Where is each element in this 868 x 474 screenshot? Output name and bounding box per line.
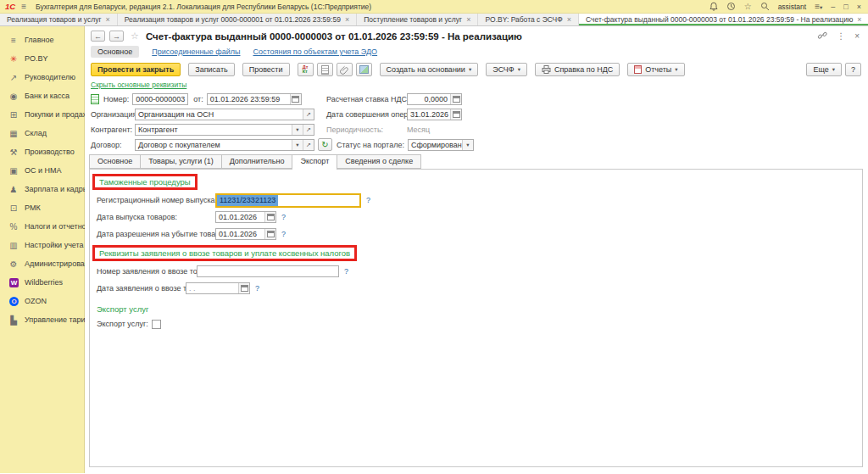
open-icon[interactable]: ↗: [303, 125, 314, 135]
close-icon[interactable]: ×: [567, 15, 571, 24]
help-link[interactable]: ?: [281, 213, 286, 221]
history-icon[interactable]: [726, 2, 736, 11]
operation-date-field[interactable]: 31.01.2026: [407, 109, 462, 120]
close-window-button[interactable]: ×: [857, 3, 861, 11]
sidebar-item-nalogi[interactable]: %Налоги и отчетность: [0, 217, 84, 236]
export-services-checkbox[interactable]: [152, 320, 161, 329]
attachments-button[interactable]: [337, 63, 353, 76]
departure-date-field[interactable]: 01.01.2026: [215, 228, 276, 240]
sidebar-item-rukovoditelyu[interactable]: ↗Руководителю: [0, 68, 84, 86]
organization-field[interactable]: Организация на ОСН ↗: [135, 109, 314, 120]
calendar-icon[interactable]: [264, 229, 275, 239]
itab-osnovnoe[interactable]: Основное: [89, 154, 141, 169]
calc-icon[interactable]: [450, 94, 461, 104]
help-link[interactable]: ?: [344, 267, 348, 276]
favorite-star-icon[interactable]: ☆: [131, 31, 139, 42]
help-button[interactable]: ?: [845, 63, 861, 76]
sidebar-item-ozon[interactable]: OOZON: [0, 292, 84, 310]
external-view-button[interactable]: [356, 63, 372, 76]
itab-svedeniya-o-sdelke[interactable]: Сведения о сделке: [337, 154, 421, 169]
help-link[interactable]: ?: [366, 196, 370, 204]
post-button[interactable]: Провести: [242, 63, 290, 76]
itab-dopolnitelno[interactable]: Дополнительно: [222, 154, 293, 169]
sidebar-item-sklad[interactable]: ▦Склад: [0, 124, 84, 142]
minimize-button[interactable]: –: [831, 3, 835, 11]
number-field[interactable]: 0000-0000003: [132, 93, 188, 105]
calendar-icon[interactable]: [290, 94, 301, 104]
close-icon[interactable]: ×: [857, 15, 861, 24]
chevron-down-icon[interactable]: ▾: [462, 140, 473, 150]
open-icon[interactable]: ↗: [303, 140, 314, 150]
favorites-icon[interactable]: ☆: [744, 2, 752, 11]
sidebar-item-pokupki-prodazhi[interactable]: ⊞Покупки и продажи: [0, 105, 84, 124]
tab-roby-eschf[interactable]: PO.BY: Работа с ЭСЧФ ×: [478, 14, 579, 25]
back-button[interactable]: ←: [91, 31, 105, 42]
write-button[interactable]: Записать: [188, 63, 234, 76]
hide-requisites-link[interactable]: Скрыть основные реквизиты: [91, 81, 186, 89]
chevron-down-icon[interactable]: ▾: [292, 125, 303, 135]
help-link[interactable]: ?: [255, 284, 259, 293]
sidebar-item-nastroyki-ucheta[interactable]: ▥Настройки учета: [0, 236, 84, 254]
periodicity-value: Месяц: [407, 125, 430, 134]
statement-number-field[interactable]: [197, 265, 339, 277]
contract-field[interactable]: Договор с покупателем ▾ ↗: [135, 139, 314, 151]
more-button[interactable]: Еще ▾: [806, 63, 842, 76]
calendar-icon[interactable]: [238, 283, 249, 293]
sidebar-item-os-nma[interactable]: ▣ОС и НМА: [0, 161, 84, 180]
calendar-icon[interactable]: [264, 212, 275, 222]
document-structure-button[interactable]: [317, 63, 333, 76]
contragent-field[interactable]: Контрагент ▾ ↗: [135, 124, 314, 136]
reg-number-label: Регистрационный номер выпуска товаров:: [97, 196, 215, 204]
sidebar-item-administrirovanie[interactable]: ⚙Администрирование: [0, 254, 84, 273]
create-based-on-button[interactable]: Создать на основании ▾: [380, 63, 479, 76]
calendar-icon[interactable]: [450, 109, 461, 120]
close-icon[interactable]: ×: [345, 15, 349, 24]
vat-reference-button[interactable]: Справка по НДС: [535, 63, 620, 76]
close-icon[interactable]: ×: [466, 15, 470, 24]
help-link[interactable]: ?: [281, 230, 286, 238]
search-icon[interactable]: [760, 2, 770, 11]
more-menu-icon[interactable]: ⋮: [837, 31, 845, 41]
close-form-icon[interactable]: ×: [854, 31, 860, 41]
sidebar-item-upravlenie-tarifom[interactable]: ▙Управление тарифом: [0, 310, 84, 329]
tab-schet-faktura-active[interactable]: Счет-фактура выданный 0000-0000003 от 01…: [579, 14, 868, 25]
tab-realizaciya-list[interactable]: Реализация товаров и услуг ×: [0, 14, 118, 25]
reg-number-field[interactable]: 11231/23321123: [215, 193, 361, 208]
post-and-close-button[interactable]: Провести и закрыть: [91, 63, 181, 76]
nav-tab-osnovnoe[interactable]: Основное: [91, 46, 139, 58]
tab-postuplenie[interactable]: Поступление товаров и услуг ×: [357, 14, 478, 25]
app-title: Бухгалтерия для Беларуси, редакция 2.1. …: [36, 3, 371, 11]
statement-date-field[interactable]: . .: [186, 282, 250, 294]
sidebar-item-proizvodstvo[interactable]: ⚒Производство: [0, 142, 84, 161]
portal-status-field[interactable]: Сформирован ▾: [408, 139, 474, 151]
sidebar-item-rmk[interactable]: ⊡РМК: [0, 198, 84, 217]
tab-realizaciya-doc[interactable]: Реализация товаров и услуг 0000-000001 о…: [118, 14, 357, 25]
reports-button[interactable]: Отчеты ▾: [627, 63, 684, 76]
open-icon[interactable]: ↗: [303, 109, 314, 120]
chevron-down-icon[interactable]: ▾: [292, 140, 303, 150]
sidebar-item-bank-kassa[interactable]: ◉Банк и касса: [0, 86, 84, 105]
release-date-field[interactable]: 01.01.2026: [215, 211, 276, 223]
eschf-button[interactable]: ЭСЧФ ▾: [486, 63, 527, 76]
dtkt-movements-button[interactable]: ДтКт: [298, 63, 314, 76]
refresh-status-button[interactable]: ↻: [318, 138, 332, 151]
notifications-icon[interactable]: [709, 2, 718, 11]
wildberries-icon: W: [9, 278, 19, 287]
sidebar-item-glavnoe[interactable]: ≡Главное: [0, 31, 84, 49]
maximize-button[interactable]: □: [843, 3, 848, 11]
service-menu-icon[interactable]: ≡▾: [815, 2, 822, 11]
nav-tab-edo-states[interactable]: Состояния по объектам учета ЭДО: [253, 47, 378, 56]
forward-button[interactable]: →: [109, 31, 124, 42]
vat-rate-field[interactable]: 0,0000: [407, 93, 462, 105]
itab-eksport[interactable]: Экспорт: [292, 154, 337, 170]
sidebar-item-zarplata-kadry[interactable]: ♟Зарплата и кадры: [0, 180, 84, 198]
sidebar-item-roby[interactable]: ✳PO.BY: [0, 49, 84, 68]
close-icon[interactable]: ×: [106, 15, 110, 24]
sidebar-item-wildberries[interactable]: WWildberries: [0, 273, 84, 292]
nav-tab-attached-files[interactable]: Присоединенные файлы: [152, 47, 240, 56]
get-link-icon[interactable]: [817, 31, 827, 41]
main-menu-icon[interactable]: ≡: [21, 2, 26, 11]
user-name[interactable]: assistant: [778, 3, 807, 11]
date-field[interactable]: 01.01.2026 23:59:59: [207, 93, 302, 105]
itab-tovary-uslugi[interactable]: Товары, услуги (1): [141, 154, 221, 169]
